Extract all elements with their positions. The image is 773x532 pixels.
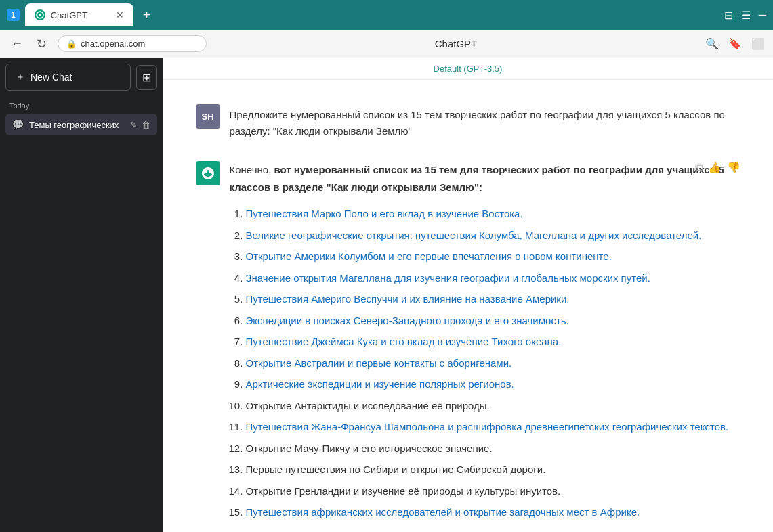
list-item-link[interactable]: Экспедиции в поисках Северо-Западного пр…	[246, 315, 569, 326]
ai-text: Конечно, вот нумерованный список из 15 т…	[230, 161, 740, 532]
plus-icon: ＋	[16, 71, 25, 83]
list-item-link[interactable]: Значение открытия Магеллана для изучения…	[246, 272, 650, 284]
tab-bar: ChatGPT ✕ +	[25, 3, 719, 26]
active-tab[interactable]: ChatGPT ✕	[25, 3, 133, 26]
sidebar: ＋ New Chat ⊞ Today 💬 Темы географических…	[0, 58, 163, 532]
tab-title: ChatGPT	[51, 10, 87, 20]
user-text: Предложите нумерованный список из 15 тем…	[230, 104, 740, 139]
today-label: Today	[5, 99, 157, 114]
url-text: chat.openai.com	[81, 39, 145, 49]
list-item-link[interactable]: Путешествия Америго Веспуччи и их влияни…	[246, 293, 570, 305]
address-bar: ← ↻ 🔒 chat.openai.com ChatGPT 🔍 🔖 ⬜	[0, 30, 773, 58]
main-content: Default (GPT-3.5) SH Предложите нумерова…	[163, 58, 773, 532]
edit-icon[interactable]: ✎	[130, 120, 138, 130]
search-icon[interactable]: 🔍	[705, 37, 719, 50]
user-avatar: SH	[196, 104, 220, 129]
page-title-center: ChatGPT	[215, 38, 697, 49]
chat-history-item[interactable]: 💬 Темы географических ✎ 🗑	[5, 114, 157, 135]
list-item: Путешествия Америго Веспуччи и их влияни…	[246, 290, 740, 308]
bookmark-icon[interactable]: ⊟	[724, 9, 733, 22]
list-item-link[interactable]: Путешествие Джеймса Кука и его вклад в и…	[246, 336, 562, 347]
list-item: Путешествия Жана-Франсуа Шампольона и ра…	[246, 418, 740, 436]
list-item-link[interactable]: Путешествия африканских исследователей и…	[246, 506, 640, 518]
list-item-link[interactable]: Великие географические открытия: путешес…	[246, 229, 702, 241]
list-item-link[interactable]: Открытие Америки Колумбом и его первые в…	[246, 250, 612, 262]
list-item-link[interactable]: Путешествия Марко Поло и его вклад в изу…	[246, 208, 523, 219]
minimize-icon[interactable]: ─	[759, 9, 766, 22]
new-chat-label: New Chat	[30, 72, 72, 83]
extensions-icon[interactable]: ⬜	[751, 37, 765, 50]
model-label: Default (GPT-3.5)	[163, 58, 773, 80]
tab-favicon	[35, 9, 45, 20]
list-item: Открытие Мачу-Пикчу и его историческое з…	[246, 440, 740, 458]
message-actions: ⧉ 👍 👎	[695, 161, 740, 174]
list-item: Открытие Антарктиды и исследование её пр…	[246, 397, 740, 415]
back-button[interactable]: ←	[8, 34, 26, 53]
list-item: Открытие Австралии и первые контакты с а…	[246, 355, 740, 372]
list-item: Значение открытия Магеллана для изучения…	[246, 269, 740, 287]
thumbs-up-icon[interactable]: 👍	[708, 161, 722, 174]
copy-icon[interactable]: ⧉	[695, 161, 703, 174]
lock-icon: 🔒	[66, 39, 77, 49]
list-item: Путешествия Марко Поло и его вклад в изу…	[246, 205, 740, 223]
list-item-link[interactable]: Открытие Австралии и первые контакты с а…	[246, 357, 512, 369]
chat-icon: 💬	[12, 119, 24, 130]
new-tab-button[interactable]: +	[138, 5, 156, 26]
ai-list: Путешествия Марко Поло и его вклад в изу…	[230, 205, 740, 521]
tab-counter: 1	[7, 9, 20, 21]
browser-controls: ⊟ ☰ ─	[724, 9, 766, 22]
svg-point-1	[39, 14, 41, 16]
new-chat-area: ＋ New Chat ⊞	[5, 64, 157, 91]
url-bar[interactable]: 🔒 chat.openai.com	[58, 35, 207, 52]
ai-intro: Конечно, вот нумерованный список из 15 т…	[230, 161, 740, 196]
list-item: Открытие Америки Колумбом и его первые в…	[246, 248, 740, 265]
sidebar-layout-button[interactable]: ⊞	[136, 65, 157, 90]
messages-area: SH Предложите нумерованный список из 15 …	[163, 80, 773, 532]
delete-icon[interactable]: 🗑	[142, 120, 150, 130]
list-item: Первые путешествия по Сибири и открытие …	[246, 461, 740, 479]
list-item-link[interactable]: Арктические экспедиции и изучение полярн…	[246, 378, 514, 390]
list-item: Арктические экспедиции и изучение полярн…	[246, 376, 740, 393]
list-item: Путешествие Джеймса Кука и его вклад в и…	[246, 333, 740, 351]
refresh-button[interactable]: ↻	[34, 34, 49, 54]
list-item: Великие географические открытия: путешес…	[246, 227, 740, 244]
browser-chrome: 1 ChatGPT ✕ + ⊟ ☰ ─	[0, 0, 773, 30]
chat-item-actions: ✎ 🗑	[130, 120, 150, 130]
thumbs-down-icon[interactable]: 👎	[727, 161, 740, 174]
chat-item-text: Темы географических	[29, 120, 125, 130]
app-layout: ＋ New Chat ⊞ Today 💬 Темы географических…	[0, 58, 773, 532]
tab-close-button[interactable]: ✕	[116, 9, 124, 20]
user-message: SH Предложите нумерованный список из 15 …	[163, 93, 773, 150]
new-chat-button[interactable]: ＋ New Chat	[5, 64, 131, 91]
ai-intro-text: Конечно, вот нумерованный список из 15 т…	[230, 164, 724, 193]
list-item-link[interactable]: Путешествия Жана-Франсуа Шампольона и ра…	[246, 421, 729, 433]
bookmark-icon-addr[interactable]: 🔖	[728, 37, 742, 50]
ai-avatar	[196, 161, 220, 185]
menu-icon[interactable]: ☰	[741, 9, 751, 22]
list-item: Путешествия африканских исследователей и…	[246, 504, 740, 521]
address-bar-right: 🔍 🔖 ⬜	[705, 37, 765, 50]
ai-message: Конечно, вот нумерованный список из 15 т…	[163, 150, 773, 532]
list-item: Экспедиции в поисках Северо-Западного пр…	[246, 312, 740, 330]
list-item: Открытие Гренландии и изучение её природ…	[246, 483, 740, 500]
